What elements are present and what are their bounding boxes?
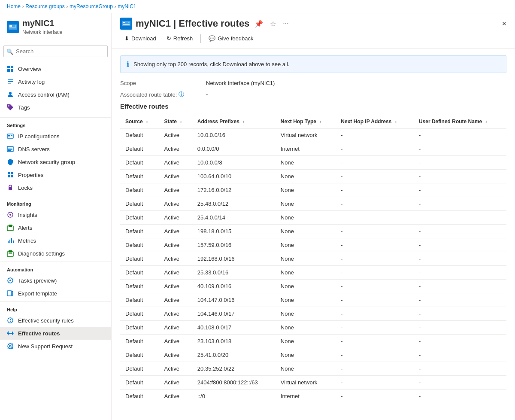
sidebar-item-activity-log[interactable]: Activity log (0, 75, 111, 88)
sidebar-item-export-template-label: Export template (18, 290, 57, 297)
favorite-star-button[interactable]: ☆ (268, 19, 278, 29)
table-row: DefaultActive192.168.0.0/16None-- (120, 252, 506, 266)
cell-prefix: 2404:f800:8000:122::/63 (192, 376, 276, 390)
col-source[interactable]: Source ↕ (120, 115, 159, 128)
cell-state: Active (159, 225, 192, 238)
main-content: myNIC1 | Effective routes 📌 ☆ ··· × ⬇ Do… (112, 13, 515, 420)
refresh-button[interactable]: ↻ Refresh (162, 33, 197, 44)
page-main-title: myNIC1 | Effective routes (136, 18, 249, 29)
cell-hop-ip: - (336, 307, 414, 321)
cell-source: Default (120, 280, 159, 293)
dns-icon (7, 146, 14, 152)
cell-prefix: 104.147.0.0/16 (192, 293, 276, 307)
cell-state: Active (159, 211, 192, 225)
settings-section-label: Settings (0, 119, 111, 130)
sidebar-item-metrics[interactable]: Metrics (0, 234, 111, 247)
cell-hop-ip: - (336, 211, 414, 225)
sidebar-item-access-control[interactable]: Access control (IAM) (0, 88, 111, 101)
favorite-pin-button[interactable]: 📌 (253, 19, 265, 29)
sidebar-item-effective-routes-label: Effective routes (18, 330, 60, 337)
locks-icon (7, 184, 14, 191)
sidebar-item-tasks[interactable]: Tasks (preview) (0, 274, 111, 287)
route-table-value: - (206, 91, 208, 97)
cell-hop-type: None (276, 183, 336, 197)
cell-prefix: 157.59.0.0/16 (192, 238, 276, 252)
sidebar-item-export-template[interactable]: Export template (0, 287, 111, 300)
cell-hop-ip: - (336, 376, 414, 390)
sort-prefix-icon: ↕ (242, 119, 245, 124)
cell-source: Default (120, 170, 159, 183)
sidebar-item-properties[interactable]: Properties (0, 168, 111, 181)
cell-route-name: - (414, 266, 506, 280)
download-button[interactable]: ⬇ Download (120, 33, 161, 44)
info-banner: ℹ Showing only top 200 records, click Do… (120, 55, 506, 73)
search-input[interactable] (3, 46, 108, 57)
sidebar-item-nsg[interactable]: Network security group (0, 155, 111, 168)
cell-hop-type: None (276, 225, 336, 238)
cell-hop-ip: - (336, 142, 414, 156)
cell-prefix: 40.108.0.0/17 (192, 321, 276, 335)
sidebar-item-locks[interactable]: Locks (0, 181, 111, 194)
cell-prefix: ::/0 (192, 390, 276, 403)
svg-rect-14 (7, 134, 13, 138)
breadcrumb-my-resource-group[interactable]: myResourceGroup (70, 3, 113, 9)
col-address-prefixes[interactable]: Address Prefixes ↕ (192, 115, 276, 128)
feedback-button[interactable]: 💬 Give feedback (204, 33, 258, 44)
cell-prefix: 104.146.0.0/17 (192, 307, 276, 321)
sidebar-item-security-rules-label: Effective security rules (18, 317, 74, 324)
sidebar-item-tags[interactable]: Tags (0, 101, 111, 114)
cell-source: Default (120, 362, 159, 376)
col-next-hop-ip[interactable]: Next Hop IP Address ↕ (336, 115, 414, 128)
svg-point-50 (9, 345, 11, 347)
table-row: DefaultActive25.48.0.0/12None-- (120, 197, 506, 211)
svg-rect-34 (13, 240, 14, 243)
access-control-icon (7, 91, 14, 98)
sidebar-item-diagnostic[interactable]: Diagnostic settings (0, 247, 111, 260)
svg-rect-23 (11, 172, 13, 174)
col-state[interactable]: State ↕ (159, 115, 192, 128)
breadcrumb-home[interactable]: Home (7, 3, 21, 9)
sidebar-item-dns-servers[interactable]: DNS servers (0, 143, 111, 155)
sidebar-item-insights[interactable]: Insights (0, 208, 111, 221)
cell-hop-type: None (276, 252, 336, 266)
cell-state: Active (159, 280, 192, 293)
svg-rect-22 (8, 172, 10, 174)
cell-state: Active (159, 183, 192, 197)
cell-state: Active (159, 252, 192, 266)
sidebar-item-ip-configurations[interactable]: IP configurations (0, 130, 111, 143)
svg-rect-58 (123, 24, 130, 25)
svg-rect-9 (8, 79, 13, 80)
help-section-label: Help (0, 304, 111, 314)
diagnostic-icon (7, 250, 14, 257)
svg-rect-16 (11, 135, 12, 136)
sidebar-item-overview[interactable]: Overview (0, 62, 111, 75)
export-icon (7, 290, 14, 297)
sidebar-item-effective-routes[interactable]: Effective routes (0, 327, 111, 340)
sidebar-item-alerts[interactable]: Alerts (0, 221, 111, 234)
table-row: DefaultActive::/0Internet-- (120, 390, 506, 403)
cell-prefix: 10.0.0.0/16 (192, 128, 276, 142)
page-title: myNIC1 (22, 18, 62, 28)
cell-route-name: - (414, 252, 506, 266)
cell-hop-type: None (276, 280, 336, 293)
breadcrumb-resource-groups[interactable]: Resource groups (25, 3, 64, 9)
svg-rect-57 (123, 22, 125, 23)
svg-point-59 (128, 22, 130, 23)
cell-state: Active (159, 335, 192, 348)
breadcrumb-mynic1[interactable]: myNIC1 (118, 3, 136, 9)
more-options-button[interactable]: ··· (281, 19, 290, 28)
close-button[interactable]: × (502, 19, 506, 28)
route-table-row: Associated route table: ⓘ - (120, 91, 506, 98)
cell-prefix: 25.4.0.0/14 (192, 211, 276, 225)
cell-route-name: - (414, 183, 506, 197)
table-header-row: Source ↕ State ↕ Address Prefixes ↕ Next… (120, 115, 506, 128)
cell-prefix: 25.33.0.0/16 (192, 266, 276, 280)
sidebar-item-locks-label: Locks (18, 185, 33, 191)
table-row: DefaultActive172.16.0.0/12None-- (120, 183, 506, 197)
sidebar-item-support[interactable]: New Support Request (0, 340, 111, 353)
svg-rect-25 (11, 175, 13, 177)
col-next-hop-type[interactable]: Next Hop Type ↕ (276, 115, 336, 128)
sidebar-item-security-rules[interactable]: Effective security rules (0, 314, 111, 327)
svg-point-39 (9, 280, 11, 281)
col-route-name[interactable]: User Defined Route Name ↕ (414, 115, 506, 128)
